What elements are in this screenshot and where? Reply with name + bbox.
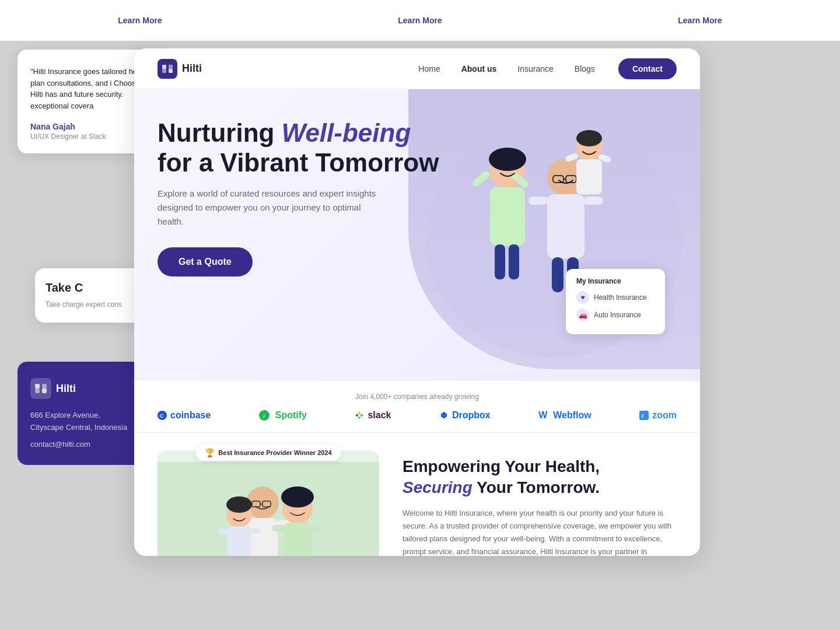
- svg-rect-34: [358, 412, 360, 414]
- svg-rect-15: [509, 244, 519, 279]
- svg-rect-0: [35, 384, 40, 388]
- svg-rect-14: [495, 244, 505, 279]
- partners-logos: C coinbase ♪ Spotify slack: [158, 410, 677, 421]
- insurance-mini-card: My Insurance ♥ Health Insurance 🚗 Auto I…: [566, 269, 665, 334]
- svg-rect-4: [162, 65, 166, 69]
- svg-rect-21: [528, 197, 548, 205]
- award-badge: 🏆 Best Insurance Provider Winner 2024: [195, 444, 341, 461]
- award-text: Best Insurance Provider Winner 2024: [218, 449, 331, 456]
- svg-point-52: [281, 487, 314, 508]
- footer-logo-icon: [30, 378, 51, 399]
- svg-rect-11: [490, 187, 525, 246]
- svg-point-10: [489, 148, 526, 171]
- health-insurance-item: ♥ Health Insurance: [576, 291, 654, 304]
- bottom-image-area: 🏆 Best Insurance Provider Winner 2024: [158, 450, 379, 556]
- svg-rect-60: [228, 526, 251, 556]
- slack-logo: slack: [355, 410, 391, 421]
- bottom-title: Empowering Your Health, Securing Your To…: [402, 456, 677, 499]
- nav-link-about[interactable]: About us: [461, 64, 497, 74]
- svg-rect-54: [272, 525, 285, 531]
- bottom-title-highlight: Securing: [402, 478, 473, 496]
- testimonial-author-role: UI/UX Designer at Slack: [30, 132, 150, 141]
- learn-more-link-3[interactable]: Learn More: [678, 16, 722, 25]
- partners-strip: Join 4,000+ companies already growing C …: [134, 381, 700, 433]
- nav-logo: Hilti: [158, 59, 202, 79]
- bottom-family-svg: [158, 462, 379, 556]
- nav-links: Home About us Insurance Blogs: [418, 64, 595, 74]
- hero-title-line2: for a Vibrant Tomorrow: [158, 148, 439, 177]
- testimonial-author-name: Nana Gajah: [30, 122, 150, 131]
- svg-rect-62: [250, 528, 260, 534]
- footer-logo-text: Hilti: [56, 383, 76, 395]
- svg-rect-33: [360, 414, 363, 416]
- webflow-logo: W Webflow: [538, 410, 592, 421]
- hero-title-highlight: Well-being: [282, 118, 411, 147]
- main-website-card: Hilti Home About us Insurance Blogs Cont…: [134, 48, 700, 556]
- svg-rect-5: [169, 65, 173, 69]
- hero-title: Nurturing Well-being for a Vibrant Tomor…: [158, 118, 449, 177]
- dropbox-logo: Dropbox: [439, 410, 491, 421]
- testimonial-text: "Hilti Insurance goes tailored health pl…: [30, 66, 150, 111]
- svg-text:C: C: [160, 413, 164, 419]
- svg-rect-61: [218, 528, 229, 534]
- nav-logo-text: Hilti: [182, 62, 202, 75]
- bottom-title-line2: Your Tomorrow.: [473, 478, 600, 496]
- zoom-logo: Z zoom: [639, 410, 677, 421]
- svg-rect-22: [583, 197, 603, 205]
- hero-section: Nurturing Well-being for a Vibrant Tomor…: [134, 89, 700, 381]
- nav-logo-icon: [158, 59, 177, 79]
- zoom-icon: Z: [639, 411, 649, 420]
- svg-rect-2: [35, 388, 40, 393]
- health-icon: ♥: [576, 291, 589, 304]
- svg-text:Z: Z: [641, 414, 644, 419]
- hero-subtitle: Explore a world of curated resources and…: [158, 187, 379, 229]
- svg-rect-35: [358, 416, 360, 419]
- svg-rect-20: [547, 194, 584, 258]
- svg-rect-27: [576, 159, 602, 194]
- partners-title: Join 4,000+ companies already growing: [158, 393, 677, 401]
- insurance-mini-title: My Insurance: [576, 277, 654, 285]
- learn-more-link-1[interactable]: Learn More: [118, 16, 162, 25]
- svg-rect-7: [169, 69, 173, 73]
- svg-rect-55: [310, 525, 323, 531]
- auto-insurance-item: 🚗 Auto Insurance: [576, 309, 654, 321]
- navbar: Hilti Home About us Insurance Blogs Cont…: [134, 48, 700, 89]
- hilti-logo-icon: [34, 383, 47, 394]
- slack-icon: [355, 411, 364, 420]
- bottom-content: Empowering Your Health, Securing Your To…: [402, 450, 677, 556]
- hero-title-line1: Nurturing: [158, 118, 282, 147]
- get-quote-button[interactable]: Get a Quote: [158, 247, 253, 276]
- svg-rect-32: [356, 414, 358, 416]
- svg-rect-1: [42, 384, 47, 388]
- webflow-icon: W: [538, 410, 547, 421]
- nav-link-home[interactable]: Home: [418, 64, 440, 74]
- spotify-logo: ♪ Spotify: [259, 410, 307, 421]
- svg-rect-3: [42, 388, 47, 393]
- health-insurance-label: Health Insurance: [594, 293, 647, 302]
- bottom-text: Welcome to Hilti Insurance, where your h…: [402, 507, 677, 556]
- dropbox-icon: [439, 411, 449, 420]
- svg-rect-43: [247, 518, 278, 556]
- nav-link-insurance[interactable]: Insurance: [517, 64, 553, 74]
- bottom-section: 🏆 Best Insurance Provider Winner 2024: [134, 433, 700, 556]
- coinbase-icon: C: [158, 411, 167, 420]
- auto-icon: 🚗: [576, 309, 589, 321]
- top-cards-strip: Learn More Learn More Learn More: [0, 0, 840, 41]
- coinbase-logo: C coinbase: [158, 410, 211, 421]
- svg-rect-6: [162, 69, 166, 73]
- hilti-nav-icon: [162, 64, 173, 74]
- svg-rect-53: [284, 523, 312, 556]
- svg-rect-23: [552, 257, 564, 292]
- contact-button[interactable]: Contact: [618, 58, 677, 79]
- bottom-family-image: [158, 450, 379, 556]
- nav-link-blogs[interactable]: Blogs: [575, 64, 595, 74]
- award-icon: 🏆: [205, 448, 215, 457]
- learn-more-link-2[interactable]: Learn More: [398, 16, 442, 25]
- bottom-title-line1: Empowering Your Health,: [402, 457, 600, 475]
- svg-point-26: [576, 130, 602, 146]
- hero-content: Nurturing Well-being for a Vibrant Tomor…: [158, 118, 449, 276]
- auto-insurance-label: Auto Insurance: [594, 311, 641, 319]
- svg-point-59: [226, 496, 252, 513]
- spotify-icon: ♪: [259, 410, 270, 421]
